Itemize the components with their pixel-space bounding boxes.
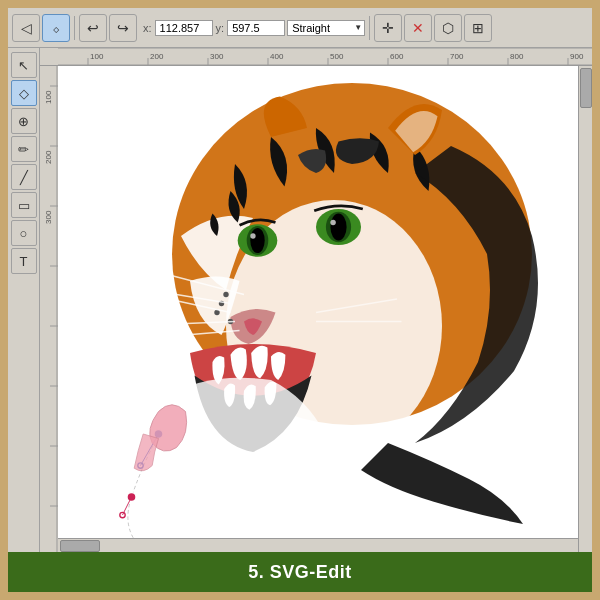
app-window: ◁ ⬦ ↩ ↪ x: y: Straight Curve Smooth Symm… <box>8 8 592 592</box>
svg-point-44 <box>330 220 335 225</box>
segment-type-dropdown[interactable]: Straight Curve Smooth Symmetric ▼ <box>287 20 365 36</box>
add-node-button[interactable]: ✛ <box>374 14 402 42</box>
redo-button[interactable]: ↪ <box>109 14 137 42</box>
svg-text:200: 200 <box>150 52 164 61</box>
canvas-area[interactable]: 100 200 300 400 500 600 700 800 900 <box>40 48 592 552</box>
svg-text:100: 100 <box>44 90 53 104</box>
h-scrollbar-thumb[interactable] <box>60 540 100 552</box>
scrollbar-thumb[interactable] <box>580 68 592 108</box>
outer-frame: ◁ ⬦ ↩ ↪ x: y: Straight Curve Smooth Symm… <box>0 0 600 600</box>
text-tool[interactable]: T <box>11 248 37 274</box>
left-toolbar: ↖ ◇ ⊕ ✏ ╱ ▭ ○ T <box>8 48 40 552</box>
canvas-content[interactable] <box>58 66 592 552</box>
bottom-scrollbar[interactable] <box>58 538 578 552</box>
svg-text:300: 300 <box>44 210 53 224</box>
svg-text:900: 900 <box>570 52 584 61</box>
toolbar-sep-1 <box>74 16 75 40</box>
zoom-tool[interactable]: ⊕ <box>11 108 37 134</box>
svg-text:700: 700 <box>450 52 464 61</box>
path-tool-button[interactable]: ⬡ <box>434 14 462 42</box>
toolbar: ◁ ⬦ ↩ ↪ x: y: Straight Curve Smooth Symm… <box>8 8 592 48</box>
svg-point-40 <box>250 233 255 238</box>
pointer-tool[interactable]: ↖ <box>11 52 37 78</box>
rect-tool[interactable]: ▭ <box>11 192 37 218</box>
svg-text:300: 300 <box>210 52 224 61</box>
x-input[interactable] <box>155 20 213 36</box>
svg-rect-21 <box>40 66 58 552</box>
node-edit-tool[interactable]: ◇ <box>11 80 37 106</box>
toolbar-sep-2 <box>369 16 370 40</box>
bottom-bar: 5. SVG-Edit <box>8 552 592 592</box>
svg-point-43 <box>330 214 346 241</box>
svg-text:200: 200 <box>44 150 53 164</box>
x-label: x: <box>143 22 152 34</box>
svg-point-39 <box>250 228 264 253</box>
bottom-title: 5. SVG-Edit <box>248 562 352 583</box>
svg-text:400: 400 <box>270 52 284 61</box>
delete-node-button[interactable]: ✕ <box>404 14 432 42</box>
select-tool-button[interactable]: ◁ <box>12 14 40 42</box>
svg-text:600: 600 <box>390 52 404 61</box>
undo-button[interactable]: ↩ <box>79 14 107 42</box>
ruler-left: 100 200 300 <box>40 66 58 552</box>
snap-button[interactable]: ⊞ <box>464 14 492 42</box>
ruler-top: 100 200 300 400 500 600 700 800 900 <box>40 48 592 66</box>
circle-tool[interactable]: ○ <box>11 220 37 246</box>
node-tool-button[interactable]: ⬦ <box>42 14 70 42</box>
svg-text:100: 100 <box>90 52 104 61</box>
main-area: ↖ ◇ ⊕ ✏ ╱ ▭ ○ T <box>8 48 592 552</box>
svg-text:500: 500 <box>330 52 344 61</box>
svg-text:800: 800 <box>510 52 524 61</box>
tiger-illustration <box>58 66 592 542</box>
y-input[interactable] <box>227 20 285 36</box>
pencil-tool[interactable]: ✏ <box>11 136 37 162</box>
right-scrollbar[interactable] <box>578 66 592 552</box>
y-label: y: <box>216 22 225 34</box>
coord-display: x: y: <box>143 20 285 36</box>
line-tool[interactable]: ╱ <box>11 164 37 190</box>
svg-point-47 <box>223 292 228 297</box>
segment-select[interactable]: Straight Curve Smooth Symmetric <box>287 20 365 36</box>
